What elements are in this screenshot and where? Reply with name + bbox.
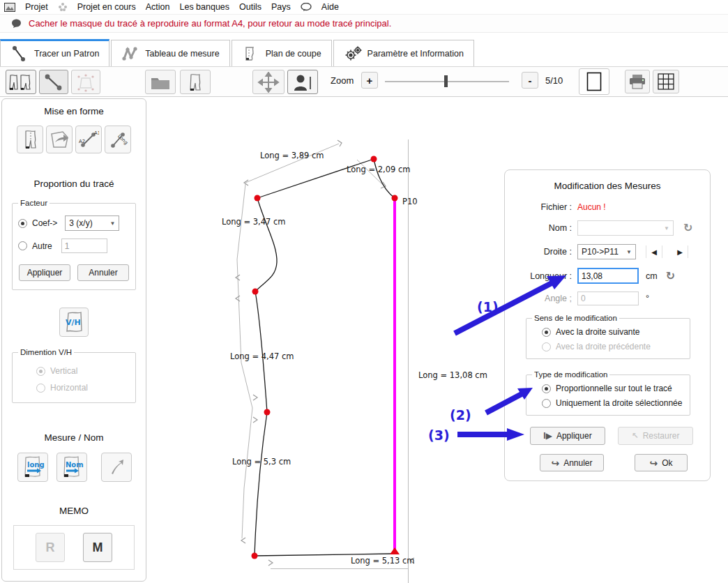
nom-page-icon: Nom bbox=[59, 455, 84, 480]
menu-aide[interactable]: Aide bbox=[321, 2, 339, 12]
droite-precedente-radio[interactable] bbox=[542, 342, 551, 351]
show-length-button[interactable]: long bbox=[17, 453, 48, 482]
longueur-input[interactable] bbox=[577, 268, 639, 284]
tab-parametre-et-information[interactable]: Paramètre et Information bbox=[333, 40, 474, 66]
pattern-pieces-icon bbox=[8, 73, 33, 92]
long-page-icon: long bbox=[20, 455, 45, 480]
nom-label: Nom : bbox=[512, 223, 572, 233]
facteur-fieldset: Facteur Coef-> 3 (x/y)▼ Autre Appliquer … bbox=[12, 199, 136, 290]
coef-label: Coef-> bbox=[32, 218, 57, 228]
shape-points-button-disabled[interactable] bbox=[71, 70, 100, 94]
tab-tableau-de-mesure[interactable]: Tableau de mesure bbox=[111, 40, 229, 66]
pattern-point[interactable] bbox=[255, 195, 261, 202]
menu-projet-en-cours[interactable]: Projet en cours bbox=[77, 2, 136, 12]
folder-icon bbox=[150, 74, 171, 91]
toolbar: Zoom + - 5/10 bbox=[0, 67, 728, 97]
menu-pays[interactable]: Pays bbox=[271, 2, 291, 12]
angle-a1-a2-button[interactable]: A1A2 bbox=[75, 126, 102, 153]
nom-select[interactable]: ▼ bbox=[577, 220, 674, 236]
chevron-down-icon: ▼ bbox=[664, 225, 669, 232]
zoom-in-button[interactable]: + bbox=[361, 72, 378, 89]
tab-label: Paramètre et Information bbox=[367, 49, 464, 59]
point-label-p10: P10 bbox=[402, 197, 418, 206]
memo-recall-button[interactable]: R bbox=[36, 533, 65, 562]
autre-radio[interactable] bbox=[18, 241, 27, 250]
facteur-apply-button[interactable]: Appliquer bbox=[19, 264, 70, 281]
print-button[interactable] bbox=[625, 70, 650, 93]
measure-label: Long = 2,09 cm bbox=[347, 165, 411, 174]
autre-input[interactable] bbox=[61, 238, 107, 253]
notice-message: Cacher le masque du tracé à reproduire a… bbox=[29, 18, 391, 29]
zoom-label: Zoom bbox=[331, 75, 354, 86]
pattern-point-p10[interactable] bbox=[392, 195, 398, 202]
measure-label: Long = 5,3 cm bbox=[232, 457, 291, 467]
export-shape-button[interactable] bbox=[46, 126, 73, 153]
previous-line-button[interactable]: ◀ bbox=[646, 245, 662, 258]
cancel-return-icon: ↪ bbox=[551, 457, 559, 469]
longueur-refresh-icon[interactable]: ↻ bbox=[666, 271, 675, 282]
tab-tracer-un-patron[interactable]: Tracer un Patron bbox=[0, 39, 109, 66]
zoom-out-button[interactable]: - bbox=[522, 72, 538, 89]
app-logo-icon bbox=[4, 3, 15, 12]
measure-table-icon bbox=[121, 45, 139, 62]
line-tool-button[interactable] bbox=[39, 70, 68, 94]
droite-suivante-radio[interactable] bbox=[542, 328, 551, 337]
dimention-legend: Dimention V/H bbox=[18, 348, 74, 356]
facteur-cancel-button[interactable]: Annuler bbox=[77, 264, 129, 281]
pattern-shape-button[interactable] bbox=[17, 126, 43, 153]
menu-action[interactable]: Action bbox=[146, 2, 170, 12]
panel-ok-button[interactable]: ↪ Ok bbox=[635, 454, 688, 471]
pattern-point[interactable] bbox=[252, 289, 259, 295]
angle-input[interactable] bbox=[577, 292, 639, 305]
panel-restore-button[interactable]: ↖ Restaurer bbox=[618, 427, 693, 445]
menu-projet[interactable]: Projet bbox=[25, 2, 48, 12]
memo-box: R M bbox=[13, 525, 135, 570]
menu-les-banques[interactable]: Les banques bbox=[179, 2, 229, 12]
pan-move-button[interactable] bbox=[252, 70, 285, 94]
panel-title: Modification des Mesures bbox=[505, 181, 710, 191]
pattern-point[interactable] bbox=[371, 156, 377, 162]
mesure-nom-buttons: long Nom bbox=[17, 453, 146, 482]
long-line-icon: Long bbox=[107, 129, 128, 150]
memo-store-button[interactable]: M bbox=[83, 533, 112, 562]
next-line-button[interactable]: ▶ bbox=[672, 245, 688, 258]
grid-button[interactable] bbox=[653, 70, 679, 93]
pattern-piece-icon bbox=[20, 129, 40, 150]
tab-strip: Tracer un Patron Tableau de mesure Plan … bbox=[0, 40, 728, 67]
menu-outils[interactable]: Outils bbox=[239, 2, 261, 12]
measure-label: Long = 3,47 cm bbox=[222, 217, 286, 227]
facteur-legend: Facteur bbox=[18, 199, 50, 207]
mesure-nom-title: Mesure / Nom bbox=[2, 432, 146, 443]
horizontal-radio[interactable] bbox=[36, 384, 45, 393]
zoom-slider-handle[interactable] bbox=[444, 75, 448, 87]
pattern-pieces-button[interactable] bbox=[6, 70, 36, 94]
tab-label: Plan de coupe bbox=[266, 49, 321, 59]
droite-value: P10->P11 bbox=[582, 247, 619, 257]
nom-refresh-icon[interactable]: ↻ bbox=[683, 222, 692, 234]
pointer-select-button[interactable] bbox=[101, 453, 132, 482]
droite-suivante-label: Avec la droite suivante bbox=[556, 327, 640, 337]
page-format-button[interactable] bbox=[579, 68, 609, 95]
pattern-point[interactable] bbox=[252, 553, 258, 559]
vertical-radio[interactable] bbox=[36, 367, 45, 376]
measure-label: Long = 3,89 cm bbox=[260, 151, 324, 160]
droite-select[interactable]: P10->P11▼ bbox=[577, 244, 636, 259]
pattern-view-button[interactable] bbox=[180, 70, 211, 94]
autre-label: Autre bbox=[32, 241, 52, 251]
coef-radio[interactable] bbox=[18, 219, 27, 228]
person-info-button[interactable] bbox=[287, 70, 318, 94]
panel-apply-button[interactable]: I▶ Appliquer bbox=[530, 427, 605, 445]
tab-label: Tracer un Patron bbox=[34, 49, 99, 59]
coef-select[interactable]: 3 (x/y)▼ bbox=[65, 215, 119, 231]
tab-plan-de-coupe[interactable]: Plan de coupe bbox=[232, 40, 332, 66]
uniquement-radio[interactable] bbox=[542, 399, 551, 408]
open-folder-button[interactable] bbox=[145, 70, 176, 94]
export-arrow-icon bbox=[49, 129, 70, 150]
vh-dimension-button[interactable]: V/H bbox=[59, 308, 89, 337]
show-name-button[interactable]: Nom bbox=[56, 453, 87, 482]
panel-cancel-button[interactable]: ↪ Annuler bbox=[540, 454, 604, 471]
proportionnelle-radio[interactable] bbox=[542, 384, 551, 393]
pattern-point[interactable] bbox=[264, 409, 271, 416]
svg-text:long: long bbox=[27, 461, 45, 469]
long-measure-button[interactable]: Long bbox=[105, 126, 131, 153]
